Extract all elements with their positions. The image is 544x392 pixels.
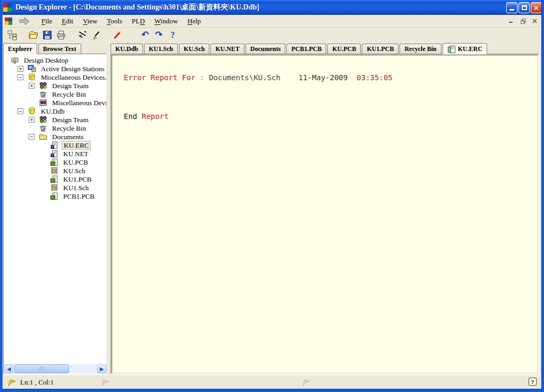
pen-button[interactable] bbox=[89, 29, 103, 41]
tree-row: KU.NET bbox=[4, 149, 106, 158]
report-container: Error Report For : Documents\KU.Sch 11-M… bbox=[110, 54, 539, 374]
open-icon bbox=[28, 30, 39, 40]
save-button[interactable] bbox=[40, 29, 54, 41]
status-bar: Ln:1 , Col:1 ? bbox=[2, 375, 542, 389]
tree-item-active-design-stations[interactable]: Active Design Stations bbox=[39, 65, 106, 73]
flag-gray-icon-2 bbox=[302, 378, 311, 387]
open-button[interactable] bbox=[27, 29, 40, 41]
desktop-icon bbox=[11, 56, 19, 64]
mdi-minimize-button[interactable] bbox=[506, 17, 516, 25]
help-button[interactable]: ? bbox=[166, 29, 180, 41]
print-icon bbox=[56, 30, 66, 40]
wand-button[interactable] bbox=[110, 29, 124, 41]
mdi-close-button[interactable] bbox=[530, 17, 540, 25]
minimize-button[interactable] bbox=[506, 2, 517, 13]
maximize-button[interactable] bbox=[518, 2, 530, 13]
expand-box-icon[interactable]: + bbox=[29, 117, 35, 123]
collapse-box-icon[interactable]: − bbox=[29, 134, 35, 140]
explorer-toggle-button[interactable] bbox=[5, 29, 19, 41]
error-report-editor[interactable]: Error Report For : Documents\KU.Sch 11-M… bbox=[112, 55, 538, 373]
workstation-icon bbox=[28, 64, 36, 73]
cutter-button[interactable] bbox=[75, 29, 89, 41]
menu-pld[interactable]: PLD bbox=[127, 16, 150, 27]
tree-item-ku1-sch[interactable]: KU1.Sch bbox=[62, 184, 90, 192]
tree-item-miscellaneous-devices-lib[interactable]: Miscellaneous Devices.lib bbox=[50, 99, 106, 107]
tree-item-ku-erc[interactable]: KU.ERC bbox=[62, 141, 91, 150]
wand-icon bbox=[112, 30, 123, 40]
expand-box-icon[interactable]: + bbox=[18, 66, 23, 72]
scroll-left-button[interactable]: ◀ bbox=[4, 364, 13, 373]
close-button[interactable]: × bbox=[531, 2, 542, 13]
menu-edit[interactable]: Edit bbox=[57, 16, 78, 27]
document-app-icon bbox=[4, 16, 13, 25]
menu-tools[interactable]: Tools bbox=[102, 16, 127, 27]
report-end-line: End Report bbox=[124, 113, 537, 121]
tree-item-ku-net[interactable]: KU.NET bbox=[62, 150, 90, 158]
scroll-track[interactable] bbox=[13, 364, 97, 373]
tree-item-design-team[interactable]: Design Team bbox=[50, 82, 90, 90]
tree-row: KU.PCB bbox=[4, 158, 106, 166]
tree-item-ku1-pcb[interactable]: KU1.PCB bbox=[62, 175, 93, 183]
menu-bar: FileEditViewToolsPLDWindowHelp bbox=[2, 15, 542, 28]
tree-item-documents[interactable]: Documents bbox=[50, 133, 85, 141]
report-line-1: Error Report For : Documents\KU.Sch 11-M… bbox=[124, 74, 537, 82]
pcb-icon bbox=[50, 158, 58, 166]
doc-tab-ku.erc[interactable]: KU.ERC bbox=[443, 43, 487, 54]
redo-button[interactable]: ↷ bbox=[152, 29, 166, 41]
minimize-icon bbox=[509, 9, 514, 11]
team-icon bbox=[39, 81, 47, 90]
tree-row: Design Desktop bbox=[4, 56, 106, 64]
doc-icon bbox=[50, 149, 58, 158]
pcb-icon bbox=[50, 192, 58, 200]
tree-row: PCB1.PCB bbox=[4, 192, 106, 200]
recycle-icon bbox=[39, 124, 47, 132]
tree-item-pcb1-pcb[interactable]: PCB1.PCB bbox=[62, 192, 96, 200]
doc-tab-ku1.sch[interactable]: KU1.Sch bbox=[144, 44, 178, 54]
doc-tab-pcb1.pcb[interactable]: PCB1.PCB bbox=[286, 44, 326, 54]
scroll-right-button[interactable]: ▶ bbox=[97, 364, 106, 373]
undo-button[interactable]: ↶ bbox=[138, 29, 152, 41]
mdi-restore-button[interactable] bbox=[518, 17, 528, 25]
doc-tab-label: KU.PCB bbox=[332, 45, 356, 53]
tree-item-design-desktop[interactable]: Design Desktop bbox=[22, 56, 70, 64]
doc-tab-documents[interactable]: Documents bbox=[245, 44, 285, 54]
tree-item-miscellaneous-devices-ddb[interactable]: Miscellaneous Devices.ddb bbox=[39, 73, 106, 81]
expand-box-icon[interactable]: + bbox=[29, 83, 35, 89]
menu-file[interactable]: File bbox=[37, 16, 57, 27]
drop-arrow-icon[interactable] bbox=[19, 17, 30, 25]
collapse-box-icon[interactable]: − bbox=[18, 108, 23, 114]
print-button[interactable] bbox=[54, 29, 68, 41]
scroll-thumb[interactable] bbox=[14, 364, 69, 373]
collapse-box-icon[interactable]: − bbox=[18, 74, 23, 80]
doc-tab-ku1.pcb[interactable]: KU1.PCB bbox=[362, 44, 398, 54]
tree-row: −Miscellaneous Devices.ddb bbox=[4, 73, 106, 81]
tree-item-recycle-bin[interactable]: Recycle Bin bbox=[50, 90, 88, 98]
tab-browse-text[interactable]: Browse Text bbox=[38, 44, 81, 54]
menu-view[interactable]: View bbox=[78, 16, 102, 27]
doc-tab-label: KU.ERC bbox=[458, 45, 482, 53]
cutter-icon bbox=[77, 30, 88, 40]
report-end-word2: Report bbox=[142, 112, 169, 121]
tree-item-ku-pcb[interactable]: KU.PCB bbox=[62, 158, 90, 166]
tree-row: KU.ERC bbox=[4, 141, 106, 149]
report-end-word1: End bbox=[124, 112, 137, 121]
help-bubble-icon[interactable]: ? bbox=[529, 378, 537, 386]
menu-window[interactable]: Window bbox=[150, 16, 183, 27]
tree-item-ku-sch[interactable]: KU.Sch bbox=[62, 167, 87, 175]
tree-item-design-team[interactable]: Design Team bbox=[50, 116, 90, 124]
menu-help[interactable]: Help bbox=[183, 16, 206, 27]
tree-item-ku-ddb[interactable]: KU.Ddb bbox=[39, 107, 66, 115]
doc-tab-recycle-bin[interactable]: Recycle Bin bbox=[400, 44, 441, 54]
panel-splitter[interactable] bbox=[106, 42, 110, 374]
doc-tab-ku.pcb[interactable]: KU.PCB bbox=[327, 44, 361, 54]
tree-item-recycle-bin[interactable]: Recycle Bin bbox=[50, 124, 88, 132]
doc-tab-ku.ddb[interactable]: KU.Ddb bbox=[110, 44, 143, 54]
tree-horizontal-scrollbar[interactable]: ◀ ▶ bbox=[4, 364, 106, 373]
tree-row: +Design Team bbox=[4, 115, 106, 124]
doc-tab-label: PCB1.PCB bbox=[291, 45, 321, 53]
tab-explorer[interactable]: Explorer bbox=[3, 43, 37, 54]
doc-tab-ku.sch[interactable]: KU.Sch bbox=[179, 44, 210, 54]
doc-tab-label: KU1.Sch bbox=[149, 45, 173, 53]
doc-tab-ku.net[interactable]: KU.NET bbox=[210, 44, 244, 54]
report-document: Documents\KU.Sch bbox=[209, 73, 280, 82]
